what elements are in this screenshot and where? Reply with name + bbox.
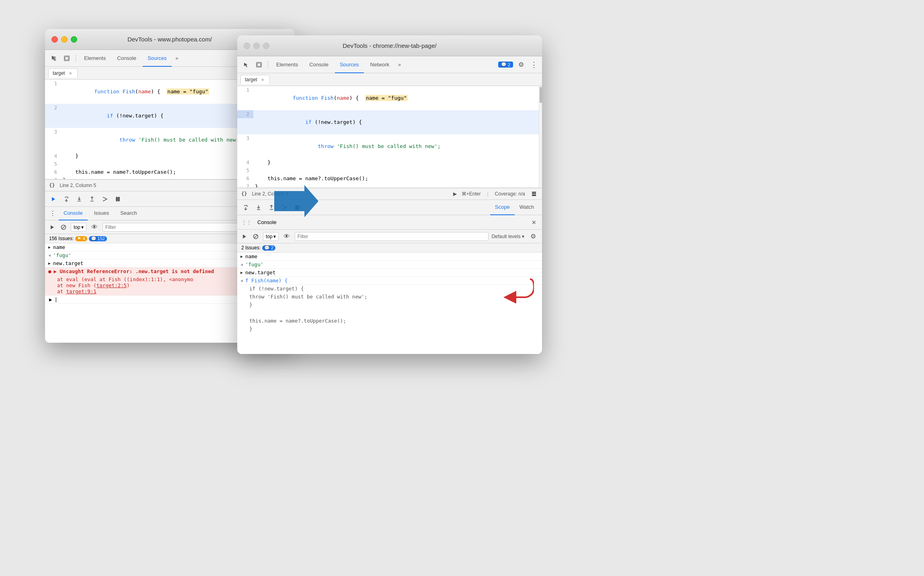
default-levels-2[interactable]: Default levels ▾ — [492, 234, 524, 239]
coverage-settings-btn[interactable] — [530, 190, 538, 198]
code-line-2-4: 4 } — [237, 158, 539, 167]
console-close-btn-2[interactable]: ✕ — [530, 218, 538, 226]
issues-count-2: 2 Issues: — [241, 245, 261, 251]
tab-sources-1[interactable]: Sources — [143, 50, 172, 67]
code-line-2-2: 2 if (!new.target) { — [237, 110, 539, 134]
maximize-button-1[interactable] — [71, 36, 77, 43]
blue-arrow — [274, 185, 318, 219]
watch-tab-2[interactable]: Watch — [515, 200, 539, 215]
code-scrollbar-2[interactable] — [539, 86, 542, 187]
console-tab-1[interactable]: Console — [59, 207, 88, 220]
code-line-2-1: 1 function Fish(name) { name = "fugu" — [237, 86, 539, 110]
step-over-btn-2[interactable] — [240, 202, 251, 213]
tab-console-2[interactable]: Console — [304, 56, 333, 73]
code-lines-container-2: 1 function Fish(name) { name = "fugu" 2 … — [237, 86, 539, 187]
maximize-button-2[interactable] — [263, 43, 269, 49]
tab-network-2[interactable]: Network — [365, 56, 394, 73]
code-editor-2[interactable]: 1 function Fish(name) { name = "fugu" 2 … — [237, 86, 542, 188]
curly-braces-icon-2: {} — [241, 191, 247, 197]
top-dropdown-1[interactable]: top ▾ — [71, 223, 86, 232]
svg-rect-4 — [118, 197, 119, 201]
block-icon-2[interactable] — [252, 232, 260, 241]
more-vert-btn-2[interactable]: ⋮ — [529, 60, 539, 70]
inspect-icon[interactable] — [61, 53, 72, 64]
deactivate-btn-1[interactable] — [113, 194, 123, 204]
code-line-2-5: 5 — [237, 167, 539, 175]
inspect-icon-2[interactable] — [253, 59, 265, 70]
tab-elements-2[interactable]: Elements — [271, 56, 303, 73]
file-tab-target-1[interactable]: target ✕ — [48, 68, 78, 78]
issues-msg-badge-2: 💬 2 — [262, 245, 275, 251]
console-entry-newtarget-2: ▶ new.target — [237, 269, 542, 277]
file-tab-close-2[interactable]: ✕ — [260, 77, 265, 82]
main-toolbar-2: Elements Console Sources Network » 💬 2 ⚙… — [237, 56, 542, 73]
play-pause-btn-1[interactable] — [48, 194, 59, 204]
search-tab-1[interactable]: Search — [115, 207, 142, 220]
svg-rect-1 — [65, 57, 68, 60]
svg-marker-2 — [52, 197, 55, 201]
scope-tab-2[interactable]: Scope — [490, 200, 515, 215]
run-icon-1[interactable] — [48, 223, 56, 231]
cursor-icon-2[interactable] — [240, 59, 252, 70]
step-into-btn-1[interactable] — [74, 194, 84, 204]
step-over-btn-1[interactable] — [61, 194, 72, 204]
close-button-2[interactable] — [244, 43, 250, 49]
tab-elements-1[interactable]: Elements — [79, 50, 111, 67]
console-settings-btn-2[interactable]: ⚙ — [528, 231, 539, 242]
drag-handle-2[interactable]: ⋮⋮ — [241, 219, 252, 225]
console-filter-2: top ▾ 👁 Default levels ▾ ⚙ — [237, 230, 542, 243]
svg-marker-8 — [274, 185, 318, 217]
issues-line-2: 2 Issues: 💬 2 — [237, 243, 542, 253]
close-button-1[interactable] — [51, 36, 58, 43]
eye-icon-1[interactable]: 👁 — [90, 222, 99, 232]
window-title-2: DevTools - chrome://new-tab-page/ — [343, 42, 436, 49]
toolbar-separator-1 — [76, 54, 76, 62]
traffic-lights-1[interactable] — [51, 36, 77, 43]
line-col-status-1: Line 2, Column 5 — [60, 183, 96, 188]
console-options-1[interactable]: ⋮ — [48, 209, 57, 218]
console-title-2: Console — [257, 219, 527, 225]
step-out-btn-1[interactable] — [87, 194, 97, 204]
console-entry-name-2: ▶ name — [237, 253, 542, 261]
run-icon-2[interactable] — [240, 232, 248, 241]
msg-badge-2: 💬 2 — [498, 62, 513, 68]
scrollbar-thumb-2[interactable] — [540, 87, 542, 103]
step-btn-1[interactable] — [100, 194, 110, 204]
curly-braces-icon: {} — [49, 183, 55, 188]
cursor-icon[interactable] — [48, 53, 60, 64]
settings-btn-2[interactable]: ⚙ — [515, 59, 527, 70]
svg-marker-16 — [243, 235, 246, 239]
svg-rect-12 — [532, 193, 536, 194]
svg-rect-10 — [257, 63, 261, 66]
overflow-menu-1[interactable]: » — [173, 53, 181, 64]
file-tab-target-2[interactable]: target ✕ — [240, 75, 270, 84]
file-tab-close-1[interactable]: ✕ — [68, 70, 73, 76]
svg-rect-3 — [116, 197, 117, 201]
toolbar-right-2: 💬 2 ⚙ ⋮ — [498, 59, 539, 70]
minimize-button-1[interactable] — [61, 36, 68, 43]
svg-marker-5 — [51, 225, 54, 229]
minimize-button-2[interactable] — [253, 43, 260, 49]
console-panel-2[interactable]: ▶ name ◀ 'fugu' ▶ new.target ◀ f Fish(na… — [237, 253, 542, 354]
filter-input-1[interactable] — [103, 223, 255, 232]
toolbar-separator-2 — [268, 61, 268, 69]
step-into-btn-2[interactable] — [253, 202, 264, 213]
console-entry-fugu-2: ◀ 'fugu' — [237, 261, 542, 269]
eye-icon-2[interactable]: 👁 — [282, 232, 292, 241]
svg-rect-13 — [532, 195, 536, 196]
title-bar-2: DevTools - chrome://new-tab-page/ — [237, 35, 542, 56]
code-line-2-6: 6 this.name = name?.toUpperCase(); — [237, 175, 539, 183]
status-bar-right-2: ▶ ⌘+Enter | Coverage: n/a — [453, 190, 538, 198]
traffic-lights-2[interactable] — [244, 43, 269, 49]
tab-console-1[interactable]: Console — [112, 50, 141, 67]
overflow-menu-2[interactable]: » — [396, 59, 403, 70]
top-dropdown-2[interactable]: top ▾ — [263, 232, 279, 241]
code-line-2-3: 3 throw 'Fish() must be called with new'… — [237, 134, 539, 158]
console-entry-fn-2: ◀ f Fish(name) { — [237, 277, 542, 285]
issues-tab-1[interactable]: Issues — [89, 207, 114, 220]
file-tab-bar-2: target ✕ — [237, 73, 542, 86]
tab-sources-2[interactable]: Sources — [335, 56, 364, 73]
block-icon-1[interactable] — [60, 223, 68, 231]
filter-input-2[interactable] — [295, 232, 489, 241]
error-icon-1: ● — [48, 268, 51, 274]
